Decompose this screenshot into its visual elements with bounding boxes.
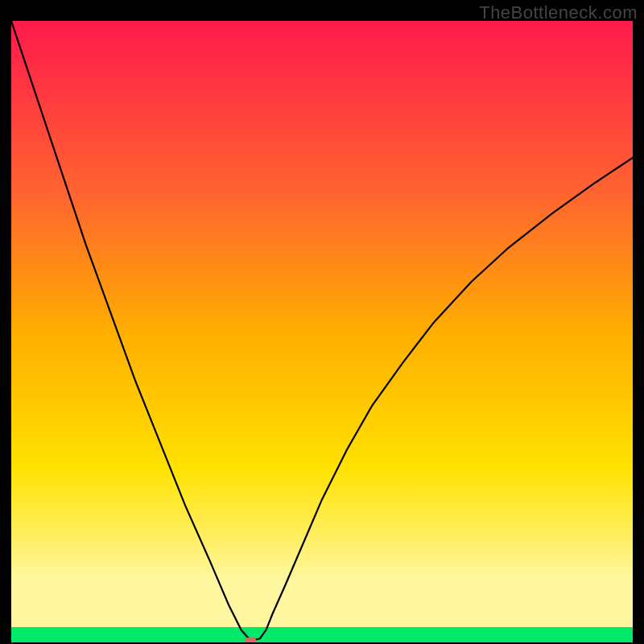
watermark-text: TheBottleneck.com (479, 2, 638, 23)
optimal-point-marker (245, 638, 256, 642)
bottleneck-chart (11, 21, 633, 642)
gradient-background (11, 21, 633, 642)
